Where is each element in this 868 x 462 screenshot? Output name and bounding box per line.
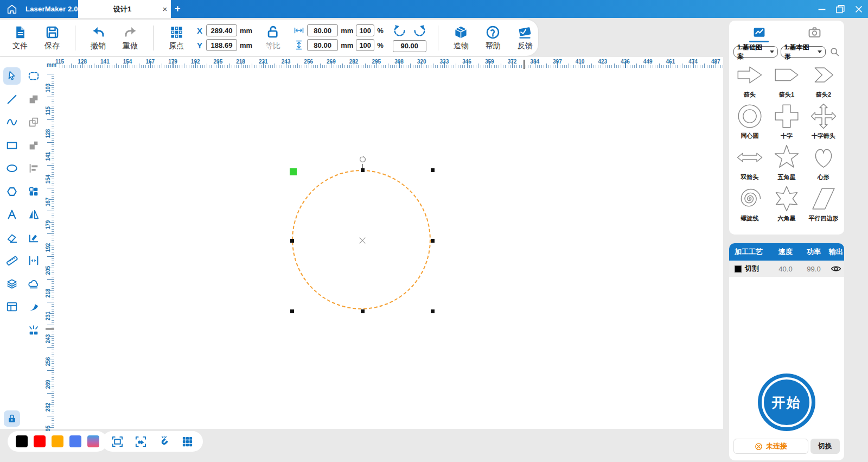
shape-item-concentric-circles[interactable]: 同心圆 xyxy=(731,102,768,140)
file-button[interactable]: 文件 xyxy=(9,25,31,51)
redo-button[interactable]: 重做 xyxy=(119,25,142,51)
shape-item-star-6[interactable]: 六角星 xyxy=(768,185,805,223)
top-ruler: mm 1151281411541671791922052182312432562… xyxy=(46,59,723,68)
search-icon[interactable] xyxy=(829,47,840,58)
shape-item-parallelogram[interactable]: 平行四边形 xyxy=(805,185,842,223)
select-tool[interactable] xyxy=(3,67,21,85)
y-unit-label: mm xyxy=(240,41,252,49)
pen-tool[interactable] xyxy=(25,298,42,315)
ruler-label-y: 231 xyxy=(45,308,52,324)
home-icon[interactable] xyxy=(6,3,18,15)
canvas[interactable]: mm 1151281411541671791922052182312432562… xyxy=(46,57,723,429)
rotate-cw-icon[interactable] xyxy=(413,24,426,37)
shape-item-heart[interactable]: 心形 xyxy=(805,143,842,181)
y-position-input[interactable] xyxy=(206,39,237,51)
rectangle-tool-icon xyxy=(6,140,18,151)
distribute-tool[interactable] xyxy=(25,252,42,269)
start-button[interactable]: 开始 xyxy=(758,374,815,431)
color-swatch-blue[interactable] xyxy=(69,435,81,447)
rotate-ccw-icon[interactable] xyxy=(393,24,406,37)
grid-icon[interactable] xyxy=(181,435,194,448)
tab-close-icon[interactable]: × xyxy=(159,4,171,14)
shape-item-double-arrow[interactable]: 双箭头 xyxy=(731,143,768,181)
magnet-icon[interactable] xyxy=(158,435,170,448)
selection-handle-left[interactable] xyxy=(290,239,294,243)
selection-handle-right[interactable] xyxy=(431,239,435,243)
lock-tool[interactable] xyxy=(4,410,20,427)
node-select-tool[interactable] xyxy=(25,67,42,85)
selection-handle-bottom-right[interactable] xyxy=(431,309,435,313)
selection-handle-bottom-left[interactable] xyxy=(290,309,294,313)
ruler-label-x: 154 xyxy=(123,59,132,65)
shape-item-cross-arrows[interactable]: 十字箭头 xyxy=(805,102,842,140)
minimize-icon[interactable] xyxy=(816,3,828,15)
tab-graphics[interactable] xyxy=(731,24,787,43)
array-tool[interactable] xyxy=(25,183,42,200)
restore-icon[interactable] xyxy=(834,3,846,15)
align-tool[interactable] xyxy=(25,160,42,177)
fit-selection-icon[interactable] xyxy=(135,435,147,448)
subtract-tool[interactable] xyxy=(25,137,42,154)
speed-value[interactable]: 40.0 xyxy=(771,265,800,273)
explode-tool[interactable] xyxy=(25,321,42,339)
layers-tool[interactable] xyxy=(3,275,21,293)
proportional-lock-button[interactable]: 等比 xyxy=(261,25,284,51)
shape-label: 十字箭头 xyxy=(812,132,835,140)
origin-button[interactable]: 原点 xyxy=(165,25,188,51)
new-tab-button[interactable]: + xyxy=(175,0,181,18)
frame-icon[interactable] xyxy=(111,435,124,448)
ellipse-tool[interactable] xyxy=(3,160,21,177)
height-percent-input[interactable] xyxy=(356,39,374,51)
shape-item-spiral[interactable]: 螺旋线 xyxy=(731,185,768,223)
color-swatch-red[interactable] xyxy=(34,435,46,447)
shape-item-star-5[interactable]: 五角星 xyxy=(768,143,805,181)
ruler-tool[interactable] xyxy=(3,252,21,269)
eye-icon[interactable] xyxy=(831,263,841,274)
undo-button[interactable]: 撤销 xyxy=(87,25,110,51)
polygon-tool[interactable] xyxy=(3,183,21,200)
mirror-tool[interactable] xyxy=(25,206,42,223)
shape-item-cross[interactable]: 十字 xyxy=(768,102,805,140)
feedback-button[interactable]: 反馈 xyxy=(514,25,537,51)
selection-handle-top[interactable] xyxy=(361,168,365,172)
selection-handle-top-right[interactable] xyxy=(431,168,435,172)
table-row[interactable]: 切割40.099.0 xyxy=(729,261,844,277)
height-input[interactable] xyxy=(307,39,338,51)
selection-handle-bottom[interactable] xyxy=(361,309,365,313)
shape-item-arrow-pentagon[interactable]: 箭头1 xyxy=(768,61,805,99)
layer-color-swatch[interactable] xyxy=(735,265,742,273)
create-button[interactable]: 造物 xyxy=(450,25,473,51)
category-dropdown[interactable]: 1.基础图案 xyxy=(733,46,778,58)
help-button[interactable]: 帮助 xyxy=(482,25,505,51)
save-button[interactable]: 保存 xyxy=(41,25,63,51)
rotate-handle-icon[interactable] xyxy=(358,155,367,164)
table-tool[interactable] xyxy=(3,298,21,315)
power-value[interactable]: 99.0 xyxy=(800,265,828,273)
shape-item-chevron[interactable]: 箭头2 xyxy=(805,61,842,99)
cloud-tool[interactable] xyxy=(25,275,42,293)
color-swatch-orange[interactable] xyxy=(52,435,63,447)
tab-camera[interactable] xyxy=(787,24,842,43)
color-swatch-gradient[interactable] xyxy=(87,435,99,447)
color-swatch-black[interactable] xyxy=(16,435,28,447)
subcategory-dropdown[interactable]: 1.基本图形 xyxy=(781,46,826,58)
curve-tool[interactable] xyxy=(3,113,21,131)
rotation-angle-input[interactable] xyxy=(393,40,426,52)
document-tab[interactable]: 设计1 × xyxy=(78,0,171,18)
selection-handle-top-left[interactable] xyxy=(290,168,297,175)
shape-item-arrow-right[interactable]: 箭头 xyxy=(731,61,768,99)
weld-tool[interactable] xyxy=(25,91,42,108)
angle-measure-tool[interactable] xyxy=(25,229,42,246)
text-tool[interactable] xyxy=(3,206,21,223)
tab-title: 设计1 xyxy=(86,4,159,14)
switch-device-button[interactable]: 切换 xyxy=(810,439,840,454)
rectangle-tool[interactable] xyxy=(3,137,21,154)
line-tool[interactable] xyxy=(3,91,21,108)
x-position-input[interactable] xyxy=(206,24,237,36)
eraser-tool[interactable] xyxy=(3,229,21,246)
combine-tool[interactable] xyxy=(25,113,42,131)
width-percent-input[interactable] xyxy=(356,24,374,36)
connection-status[interactable]: 未连接 xyxy=(733,439,808,454)
close-icon[interactable] xyxy=(853,3,865,15)
width-input[interactable] xyxy=(307,24,338,36)
